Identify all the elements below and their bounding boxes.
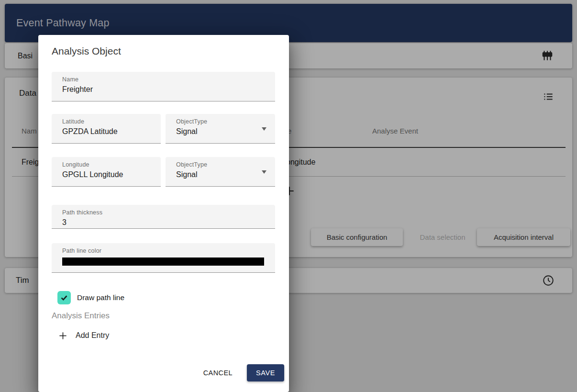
analysis-entries-heading: Analysis Entries [52,311,275,320]
caret-down-icon [262,170,266,174]
path-line-color-label: Path line color [62,247,264,254]
path-thickness-field[interactable]: Path thickness 3 [52,205,275,229]
longitude-objecttype-label: ObjectType [176,161,267,168]
longitude-field-label: Longitude [62,161,153,168]
name-field-value: Freighter [62,85,267,94]
draw-path-line-checkbox[interactable] [57,291,71,304]
dialog-title: Analysis Object [52,45,275,57]
latitude-objecttype-select[interactable]: ObjectType Signal [166,114,275,144]
name-field-label: Name [62,76,267,83]
path-line-color-field[interactable]: Path line color [52,243,275,273]
latitude-field-label: Latitude [62,118,153,125]
longitude-field[interactable]: Longitude GPGLL Longitude [52,157,161,187]
add-entry-label: Add Entry [76,331,109,340]
longitude-objecttype-value: Signal [176,170,267,179]
caret-down-icon [262,127,266,131]
longitude-field-value: GPGLL Longitude [62,170,153,179]
latitude-objecttype-value: Signal [176,127,267,136]
path-thickness-label: Path thickness [62,209,267,216]
save-button[interactable]: SAVE [247,364,284,381]
cancel-button[interactable]: CANCEL [198,365,238,381]
path-line-color-swatch [62,258,264,266]
latitude-objecttype-label: ObjectType [176,118,267,125]
name-field[interactable]: Name Freighter [52,72,275,101]
latitude-field-value: GPZDA Latitude [62,127,153,136]
latitude-field[interactable]: Latitude GPZDA Latitude [52,114,161,144]
add-entry-button[interactable]: Add Entry [58,330,275,341]
draw-path-line-row: Draw path line [57,291,275,304]
path-thickness-value: 3 [62,218,267,227]
analysis-object-dialog: Analysis Object Name Freighter Latitude … [38,35,289,392]
plus-icon [58,331,67,340]
checkmark-icon [59,293,69,302]
draw-path-line-label: Draw path line [77,293,124,302]
longitude-objecttype-select[interactable]: ObjectType Signal [166,157,275,187]
dialog-actions: CANCEL SAVE [198,364,284,381]
